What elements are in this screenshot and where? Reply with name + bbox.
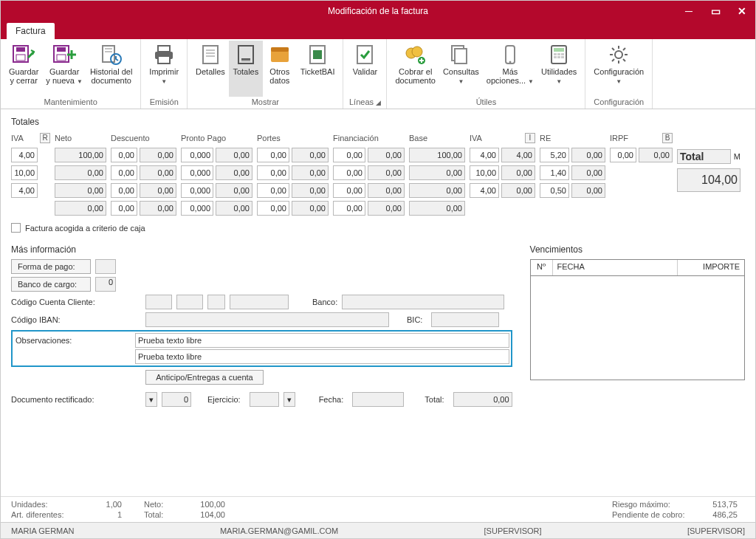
totals-cell[interactable]: 0,00 <box>501 165 535 180</box>
totals-cell[interactable]: 0,00 <box>333 183 365 198</box>
totals-cell[interactable]: 5,20 <box>540 148 569 162</box>
totals-cell[interactable]: 0,00 <box>292 183 329 198</box>
checkbox-caja[interactable]: Factura acogida a criterio de caja <box>11 223 745 233</box>
totals-cell[interactable]: 0,00 <box>292 148 329 162</box>
totals-cell[interactable]: 0,00 <box>216 201 252 216</box>
totals-cell[interactable]: 0,000 <box>181 148 213 162</box>
totals-cell[interactable]: 10,00 <box>11 165 38 180</box>
totals-cell[interactable]: 0,00 <box>140 183 176 198</box>
minimize-button[interactable]: ─ <box>676 1 702 21</box>
docrect-input[interactable]: 0 <box>162 392 191 407</box>
totals-cell[interactable]: 0,00 <box>216 165 252 180</box>
totals-cell[interactable]: 0,00 <box>368 201 405 216</box>
totals-cell[interactable]: 0,00 <box>257 183 289 198</box>
ribbon-print[interactable]: Imprimir▼ <box>145 41 182 97</box>
totals-cell[interactable]: 0,00 <box>571 148 605 162</box>
ribbon-totals[interactable]: Totales <box>229 41 263 97</box>
close-button[interactable]: ✕ <box>729 1 755 21</box>
totals-cell[interactable]: 0,00 <box>257 165 289 180</box>
ribbon-validate[interactable]: Validar <box>348 41 382 97</box>
banco-cargo-button[interactable]: Banco de cargo: <box>11 277 91 292</box>
totals-hdr-btn[interactable]: R <box>40 133 50 143</box>
tab-factura[interactable]: Factura <box>7 23 55 39</box>
ribbon-consultas[interactable]: Consultas▼ <box>439 41 483 97</box>
totals-cell[interactable]: 0,000 <box>181 201 213 216</box>
totals-cell[interactable]: 0,00 <box>333 165 365 180</box>
banco-input[interactable] <box>342 295 504 309</box>
ejercicio-dd[interactable]: ▾ <box>284 392 295 407</box>
ribbon-details[interactable]: Detalles <box>192 41 229 97</box>
totals-cell[interactable]: 0,00 <box>55 165 106 180</box>
totals-cell[interactable]: 4,00 <box>470 148 499 162</box>
totals-cell[interactable]: 0,00 <box>216 148 252 162</box>
totals-cell[interactable]: 0,00 <box>140 165 176 180</box>
totals-cell[interactable]: 0,00 <box>639 148 673 162</box>
bic-input[interactable] <box>431 312 499 327</box>
totals-cell[interactable]: 0,00 <box>571 165 605 180</box>
totals-cell[interactable]: 0,00 <box>292 201 329 216</box>
totals-cell[interactable]: 0,00 <box>409 165 465 180</box>
banco-cargo-input[interactable]: 0 <box>95 277 116 292</box>
totals-cell[interactable]: 0,50 <box>540 183 569 198</box>
totals-cell[interactable]: 0,00 <box>368 148 405 162</box>
totals-cell[interactable]: 0,00 <box>409 201 465 216</box>
ribbon-utilidades[interactable]: Utilidades▼ <box>537 41 580 97</box>
totals-cell[interactable]: 1,40 <box>540 165 569 180</box>
ribbon-save-new[interactable]: Guardary nueva ▼ <box>42 41 86 97</box>
totals-cell[interactable]: 0,00 <box>368 165 405 180</box>
iban-input[interactable] <box>145 312 389 327</box>
totals-cell[interactable]: 0,00 <box>257 148 289 162</box>
forma-pago-button[interactable]: Forma de pago: <box>11 259 91 274</box>
totals-cell[interactable]: 4,00 <box>11 183 38 198</box>
totals-cell[interactable]: 0,00 <box>610 148 636 162</box>
totals-cell[interactable]: 0,00 <box>257 201 289 216</box>
fecha-input[interactable] <box>352 392 404 407</box>
totals-cell[interactable]: 0,00 <box>111 183 137 198</box>
obs-line-1[interactable]: Prueba texto libre <box>135 333 509 348</box>
totals-cell[interactable]: 0,00 <box>333 201 365 216</box>
ribbon-other[interactable]: Otrosdatos <box>263 41 297 97</box>
totals-cell[interactable]: 0,00 <box>55 201 106 216</box>
ribbon-history[interactable]: Historial deldocumento <box>86 41 136 97</box>
ccc-2[interactable] <box>176 295 203 309</box>
totals-cell[interactable]: 10,00 <box>470 165 499 180</box>
ribbon-config[interactable]: Configuración▼ <box>590 41 647 97</box>
ribbon-ticketbai[interactable]: TicketBAI <box>297 41 339 97</box>
total-m-btn[interactable]: M <box>734 152 740 161</box>
ribbon-save-close[interactable]: Guardary cerrar <box>5 41 42 97</box>
ccc-1[interactable] <box>145 295 172 309</box>
ribbon-cobrar[interactable]: Cobrar eldocumento <box>391 41 439 97</box>
totals-cell[interactable]: 0,00 <box>571 183 605 198</box>
totals-cell[interactable]: 100,00 <box>55 148 106 162</box>
totals-cell[interactable]: 0,00 <box>216 183 252 198</box>
totals-cell[interactable]: 0,000 <box>181 165 213 180</box>
totals-cell[interactable]: 0,00 <box>111 148 137 162</box>
totals-hdr-btn[interactable]: I <box>525 133 535 143</box>
ribbon-masopc[interactable]: Másopciones... ▼ <box>483 41 537 97</box>
totals-cell[interactable]: 100,00 <box>409 148 465 162</box>
totals-cell[interactable]: 0,00 <box>292 165 329 180</box>
obs-line-2[interactable]: Prueba texto libre <box>135 349 509 364</box>
maximize-button[interactable]: ▭ <box>702 1 729 21</box>
totals-cell[interactable]: 4,00 <box>11 148 38 162</box>
anticipo-button[interactable]: Anticipo/Entregas a cuenta <box>145 370 264 385</box>
ccc-4[interactable] <box>230 295 289 309</box>
totals-cell[interactable]: 0,00 <box>111 201 137 216</box>
ccc-3[interactable] <box>207 295 225 309</box>
totals-cell[interactable]: 0,00 <box>409 183 465 198</box>
totals-cell[interactable]: 0,00 <box>140 201 176 216</box>
ejercicio-input[interactable] <box>250 392 279 407</box>
totals-cell[interactable]: 4,00 <box>501 148 535 162</box>
totals-cell[interactable]: 0,00 <box>501 183 535 198</box>
totals-cell[interactable]: 4,00 <box>470 183 499 198</box>
totals-cell[interactable]: 0,00 <box>55 183 106 198</box>
totals-cell[interactable]: 0,000 <box>181 183 213 198</box>
forma-pago-input[interactable] <box>95 259 116 274</box>
docrect-dd[interactable]: ▾ <box>145 392 157 407</box>
totals-cell[interactable]: 0,00 <box>111 165 137 180</box>
totals-cell[interactable]: 0,00 <box>368 183 405 198</box>
totals-cell[interactable]: 0,00 <box>333 148 365 162</box>
total-input[interactable]: 0,00 <box>453 392 512 407</box>
totals-hdr-btn[interactable]: B <box>662 133 673 143</box>
totals-cell[interactable]: 0,00 <box>140 148 176 162</box>
